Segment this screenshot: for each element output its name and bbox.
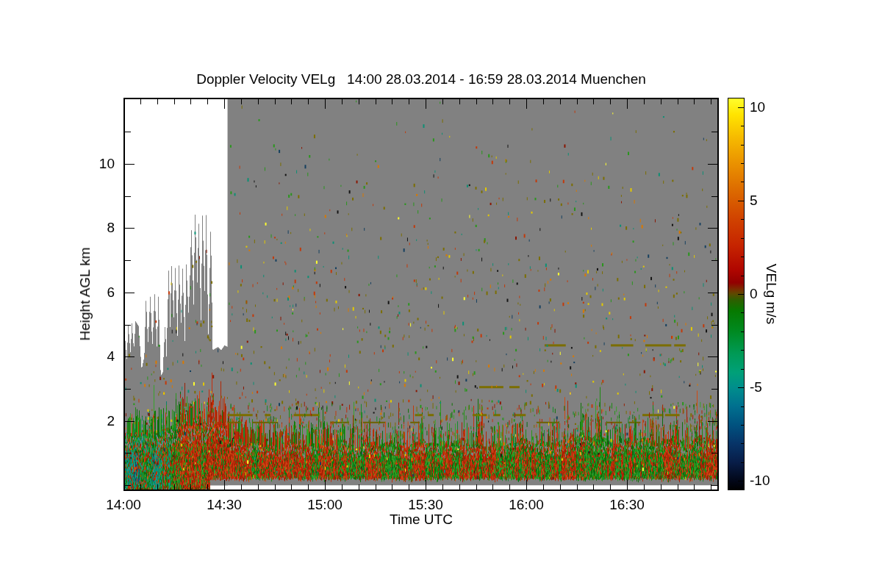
x-tick-label: 15:00 bbox=[307, 497, 343, 513]
y-tick-label: 10 bbox=[0, 156, 115, 172]
y-tick-label: 2 bbox=[0, 413, 115, 429]
y-tick-label: 4 bbox=[0, 348, 115, 365]
x-tick-label: 14:30 bbox=[207, 497, 242, 513]
doppler-velocity-quicklook: Doppler Velocity VELg 14:00 28.03.2014 -… bbox=[0, 0, 882, 588]
colorbar-tick-label: -5 bbox=[750, 379, 762, 395]
x-tick-label: 14:00 bbox=[106, 497, 141, 513]
y-tick-label: 6 bbox=[0, 284, 115, 301]
x-tick-label: 16:30 bbox=[609, 497, 645, 513]
colorbar-tick-label: 0 bbox=[750, 286, 758, 302]
x-axis-label: Time UTC bbox=[390, 512, 453, 528]
colorbar-tick-label: 5 bbox=[750, 193, 758, 209]
colorbar-label: VELg m/s bbox=[763, 264, 779, 324]
y-tick-label: 8 bbox=[0, 220, 115, 236]
chart-title: Doppler Velocity VELg 14:00 28.03.2014 -… bbox=[196, 71, 646, 87]
colorbar-tick-label: 10 bbox=[750, 99, 765, 115]
colorbar-tick-label: -10 bbox=[750, 473, 770, 489]
x-tick-label: 15:30 bbox=[408, 497, 443, 513]
x-tick-label: 16:00 bbox=[509, 497, 544, 513]
